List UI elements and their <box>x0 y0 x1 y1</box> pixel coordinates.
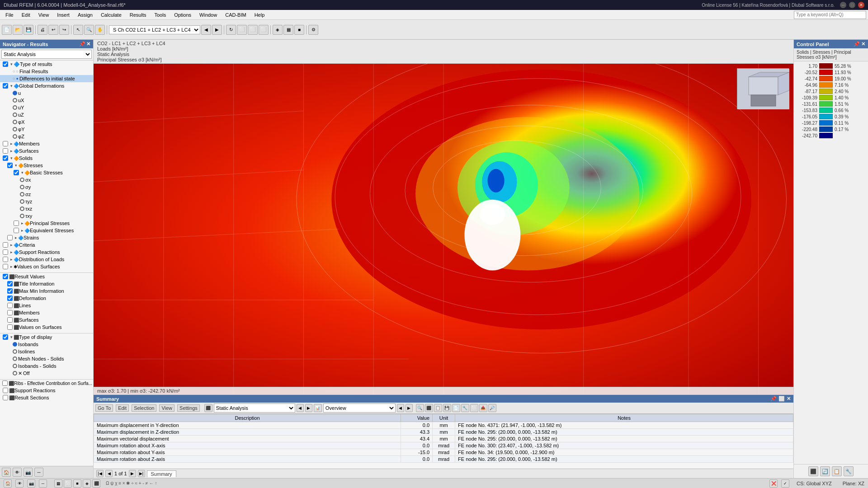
tree-result-values[interactable]: ⬛ Result Values <box>0 273 93 280</box>
pan-button[interactable]: ✋ <box>95 25 105 35</box>
expander-surfaces[interactable]: ▸ <box>9 149 14 153</box>
tree-final-results[interactable]: ○ ○ Final Results <box>0 68 93 75</box>
tree-tauyz[interactable]: τyz <box>0 198 93 205</box>
summary-pin[interactable]: 📌 <box>770 396 777 402</box>
tree-values-surf-rv[interactable]: ⬛ Values on Surfaces <box>0 324 93 331</box>
expander-support[interactable]: ▸ <box>9 250 14 254</box>
tree-members-rv[interactable]: ⬛ Members <box>0 309 93 316</box>
sum-tb7[interactable]: ⬜ <box>470 404 478 412</box>
sum-tb1[interactable]: 🔍 <box>416 404 424 412</box>
select-button[interactable]: ↖ <box>73 25 83 35</box>
summary-goto[interactable]: Go To <box>95 404 113 412</box>
tree-values-surfaces[interactable]: ▸ ✱ Values on Surfaces <box>0 263 93 270</box>
cp-btn1[interactable]: ⬛ <box>808 466 818 476</box>
summary-view[interactable]: View <box>159 404 175 412</box>
tree-lines[interactable]: ⬛ Lines <box>0 302 93 309</box>
nav-home-btn[interactable]: 🏠 <box>2 468 11 477</box>
redo-button[interactable]: ↪ <box>59 25 69 35</box>
status-eye-btn[interactable]: 👁 <box>15 479 24 488</box>
expander-criteria[interactable]: ▸ <box>9 243 14 247</box>
tree-ux[interactable]: uX <box>0 97 93 104</box>
tree-solids[interactable]: ▾ 🔶 Solids <box>0 155 93 162</box>
expander-strains[interactable]: ▸ <box>14 235 18 240</box>
tree-phiz[interactable]: φZ <box>0 133 93 140</box>
cp-btn2[interactable]: 🔄 <box>820 466 830 476</box>
tree-uy[interactable]: uY <box>0 104 93 111</box>
tree-support-reactions-2[interactable]: ⬛ Support Reactions <box>0 387 93 394</box>
solid-button[interactable]: ■ <box>294 25 304 35</box>
prev-load[interactable]: ◀ <box>201 25 211 35</box>
tree-max-min-info[interactable]: ⬛ Max Min Information <box>0 287 93 295</box>
menu-view[interactable]: View <box>35 11 53 19</box>
maximize-button[interactable]: □ <box>849 2 855 8</box>
tree-mesh-nodes-solids[interactable]: Mesh Nodes - Solids <box>0 355 93 362</box>
sum-tb2[interactable]: ⬛ <box>425 404 433 412</box>
sum-tb4[interactable]: 💾 <box>443 404 451 412</box>
tree-tauxy[interactable]: τxy <box>0 212 93 220</box>
expander-type-results[interactable]: ▾ <box>9 62 14 66</box>
summary-selection[interactable]: Selection <box>132 404 156 412</box>
tree-phix[interactable]: φX <box>0 118 93 126</box>
summary-expand[interactable]: ⬜ <box>778 396 785 402</box>
tree-sigmaz[interactable]: σz <box>0 191 93 198</box>
cp-pin[interactable]: 📌 <box>854 41 860 47</box>
status-line-btn[interactable]: ─ <box>39 479 47 488</box>
sum-combo-prev[interactable]: ◀ <box>397 404 404 412</box>
expander-global-def[interactable]: ▾ <box>9 84 14 88</box>
tree-deformation[interactable]: ⬛ Deformation <box>0 295 93 302</box>
tree-uz[interactable]: uZ <box>0 111 93 118</box>
tree-strains[interactable]: ▸ 🔷 Strains <box>0 234 93 241</box>
menu-insert[interactable]: Insert <box>53 11 73 19</box>
summary-close[interactable]: ✕ <box>787 396 791 402</box>
tree-u[interactable]: u <box>0 89 93 97</box>
menu-tools[interactable]: Tools <box>151 11 170 19</box>
tree-isobands-solids[interactable]: Isobands - Solids <box>0 362 93 370</box>
expander-solids[interactable]: ▾ <box>9 156 14 160</box>
iso-view[interactable]: ◈ <box>273 25 283 35</box>
menu-options[interactable]: Options <box>170 11 195 19</box>
status-home-btn[interactable]: 🏠 <box>4 479 12 488</box>
menu-file[interactable]: File <box>2 11 17 19</box>
nav-camera-btn[interactable]: 📷 <box>24 468 33 477</box>
page-last[interactable]: ▶| <box>138 470 145 477</box>
analysis-select[interactable]: Static Analysis <box>214 404 295 413</box>
tree-basic-stresses[interactable]: ▾ 🔶 Basic Stresses <box>0 169 93 176</box>
new-button[interactable]: 📄 <box>2 25 12 35</box>
expander-members[interactable]: ▸ <box>9 141 14 146</box>
expander-distloads[interactable]: ▸ <box>9 257 14 262</box>
expander-principal[interactable]: ▸ <box>20 221 24 225</box>
sum-tb8[interactable]: 📥 <box>479 404 487 412</box>
overview-select[interactable]: Overview <box>323 404 396 413</box>
load-combo[interactable]: S Ch CO2 LC1 + LC2 + LC3 + LC4 <box>109 25 200 34</box>
page-next[interactable]: ▶ <box>129 470 136 477</box>
tree-criteria[interactable]: ▸ 🔷 Criteria <box>0 241 93 249</box>
menu-help[interactable]: Help <box>251 11 269 19</box>
viewport[interactable]: 125.00 100.00 max σ3: 1.70 | min σ3: -24… <box>94 64 793 394</box>
menu-calculate[interactable]: Calculate <box>97 11 125 19</box>
menu-cad-bim[interactable]: CAD-BIM <box>222 11 250 19</box>
sum-combo-next[interactable]: ▶ <box>406 404 413 412</box>
tree-isobands[interactable]: Isobands <box>0 341 93 348</box>
top-view[interactable]: ⬜ <box>259 25 269 35</box>
tree-equivalent-stresses[interactable]: ▸ 🔷 Equivalent Stresses <box>0 227 93 234</box>
sum-tb6[interactable]: 🔧 <box>461 404 469 412</box>
rotate-button[interactable]: ↻ <box>226 25 236 35</box>
expander-equiv[interactable]: ▸ <box>20 228 24 233</box>
expander-basic[interactable]: ▾ <box>20 170 24 175</box>
page-prev[interactable]: ◀ <box>105 470 113 477</box>
cp-close[interactable]: ✕ <box>861 41 865 47</box>
summary-settings[interactable]: Settings <box>177 404 200 412</box>
tree-type-results[interactable]: ▾ 🔷 Type of results <box>0 61 93 68</box>
minimize-button[interactable]: ─ <box>840 2 846 8</box>
tree-surfaces[interactable]: ▸ 🔷 Surfaces <box>0 147 93 155</box>
expander-stresses[interactable]: ▾ <box>14 163 18 168</box>
tree-members[interactable]: ▸ 🔷 Members <box>0 140 93 147</box>
sum-tb3[interactable]: 📋 <box>434 404 442 412</box>
tree-global-def[interactable]: ▾ 🔷 Global Deformations <box>0 82 93 89</box>
status-ok-btn[interactable]: ✓ <box>781 479 789 488</box>
tree-isolines[interactable]: Isolines <box>0 348 93 355</box>
tree-differences[interactable]: ○ ● Differences to initial state <box>0 75 93 82</box>
status-render5[interactable]: ⬛ <box>92 479 100 488</box>
keyword-search[interactable] <box>794 11 866 19</box>
tree-surfaces-rv[interactable]: ⬛ Surfaces <box>0 316 93 324</box>
